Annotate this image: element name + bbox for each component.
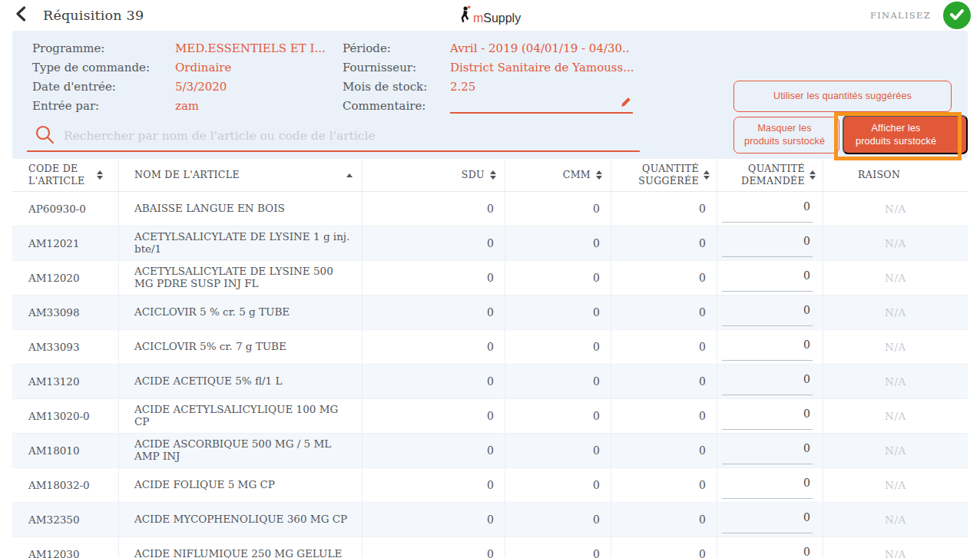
finalise-control: FINALISEZ (870, 2, 971, 29)
item-code-cell: AM12021 (12, 226, 119, 260)
column-header-cmm[interactable]: CMM (505, 159, 611, 191)
item-code-cell: AM33098 (12, 296, 119, 329)
months-of-stock-value: 2.25 (450, 80, 475, 94)
requested-quantity-input[interactable] (722, 370, 813, 395)
sort-icon (97, 170, 103, 180)
column-header-label: CODE DE L'ARTICLE (28, 163, 84, 187)
finalise-button[interactable] (943, 2, 971, 29)
comment-field[interactable] (450, 98, 633, 114)
sdu-cell: 0 (363, 226, 505, 260)
item-code-cell: AM32350 (12, 503, 119, 537)
column-header-requested[interactable]: QUANTITÉ DEMANDÉE (717, 159, 823, 191)
page-title: Réquisition 39 (43, 8, 144, 23)
use-suggested-quantities-button[interactable]: Utiliser les quantités suggérées (733, 81, 952, 112)
requested-quantity-cell (717, 330, 823, 364)
check-icon (950, 8, 964, 23)
sdu-cell: 0 (363, 399, 505, 433)
requested-quantity-cell (717, 537, 823, 558)
sdu-cell: 0 (363, 296, 505, 329)
item-name-cell: ACETYLSALICYLATE DE LYSINE 500 MG PDRE S… (119, 261, 363, 295)
supplier-label: Fournisseur: (343, 61, 450, 74)
item-name-cell: ACIDE MYCOPHENOLIQUE 360 MG CP (119, 503, 363, 537)
sdu-cell: 0 (363, 261, 505, 295)
table-row: AM33098 ACICLOVIR 5 % cr. 5 g TUBE 0 0 0… (12, 296, 968, 330)
reason-cell: N/A (823, 365, 968, 398)
item-code-cell: AM18010 (12, 434, 119, 467)
suggested-quantity-cell: 0 (611, 399, 717, 433)
months-of-stock-label: Mois de stock: (343, 80, 450, 94)
hide-overstocked-button[interactable]: Masquer les produits surstocké (733, 117, 839, 154)
details-left-column: Programme:MED.ESSENTIELS ET I... Type de… (32, 38, 326, 115)
chevron-left-icon (15, 6, 26, 25)
requested-quantity-cell (717, 192, 823, 226)
reason-cell: N/A (823, 261, 968, 295)
suggested-quantity-cell: 0 (611, 468, 717, 502)
cmm-cell: 0 (505, 226, 611, 260)
item-name-cell: ACETYLSALICYLATE DE LYSINE 1 g inj. bte/… (119, 226, 363, 260)
cmm-cell: 0 (505, 399, 611, 433)
column-header-suggested[interactable]: QUANTITÉ SUGGÉRÉE (611, 159, 717, 191)
column-header-code[interactable]: CODE DE L'ARTICLE (12, 159, 119, 191)
item-code-cell: AM12020 (12, 261, 119, 295)
table-row: AM12030 ACIDE NIFLUMIQUE 250 MG GELULE 0… (12, 537, 968, 558)
column-header-name[interactable]: NOM DE L'ARTICLE (119, 159, 363, 191)
requested-quantity-input[interactable] (722, 232, 813, 257)
requested-quantity-input[interactable] (722, 543, 813, 558)
table-row: AM12020 ACETYLSALICYLATE DE LYSINE 500 M… (12, 261, 968, 296)
requested-quantity-cell (717, 365, 823, 398)
item-code-cell: AM18032-0 (12, 468, 119, 502)
sdu-cell: 0 (363, 468, 505, 502)
reason-cell: N/A (823, 537, 968, 558)
column-header-label: QUANTITÉ SUGGÉRÉE (638, 163, 699, 187)
item-name-cell: ACIDE ACETYLSALICYLIQUE 100 MG CP (119, 399, 363, 433)
supplier-value: District Sanitaire de Yamouss... (450, 61, 634, 74)
item-code-cell: AP60930-0 (12, 192, 119, 226)
requested-quantity-input[interactable] (722, 197, 813, 223)
requested-quantity-input[interactable] (722, 474, 813, 499)
column-header-sdu[interactable]: SDU (363, 159, 505, 191)
requested-quantity-cell (717, 434, 823, 467)
item-code-cell: AM12030 (12, 537, 119, 558)
reason-cell: N/A (823, 330, 968, 364)
table-row: AM32350 ACIDE MYCOPHENOLIQUE 360 MG CP 0… (12, 503, 968, 537)
item-name-cell: ACIDE NIFLUMIQUE 250 MG GELULE (119, 537, 363, 558)
suggested-quantity-cell: 0 (611, 296, 717, 329)
search-input[interactable] (64, 129, 637, 143)
requested-quantity-input[interactable] (722, 301, 813, 326)
table-header-row: CODE DE L'ARTICLE NOM DE L'ARTICLE SDU C… (12, 159, 968, 192)
requested-quantity-input[interactable] (722, 266, 813, 292)
item-code-cell: AM33093 (12, 330, 119, 364)
show-overstocked-button[interactable]: Afficher les produits surstocké (843, 115, 968, 154)
column-header-label: SDU (462, 169, 485, 181)
requested-quantity-input[interactable] (722, 404, 813, 430)
details-right-column: Période:Avril - 2019 (04/01/19 - 04/30..… (343, 38, 634, 115)
order-type-value: Ordinaire (175, 61, 231, 74)
table-row: AM12021 ACETYLSALICYLATE DE LYSINE 1 g i… (12, 226, 968, 261)
cmm-cell: 0 (505, 192, 611, 226)
table-row: AM13120 ACIDE ACETIQUE 5% fl/1 L 0 0 0 N… (12, 365, 968, 399)
search-icon (35, 124, 55, 147)
column-header-label: CMM (563, 169, 591, 181)
cmm-cell: 0 (505, 330, 611, 364)
sort-icon (490, 170, 496, 180)
cmm-cell: 0 (505, 261, 611, 295)
item-name-cell: ACICLOVIR 5% cr. 7 g TUBE (119, 330, 363, 364)
requested-quantity-input[interactable] (722, 335, 813, 361)
requested-quantity-input[interactable] (722, 508, 813, 533)
suggested-quantity-cell: 0 (611, 503, 717, 537)
reason-cell: N/A (823, 192, 968, 226)
sdu-cell: 0 (363, 192, 505, 226)
sort-icon (596, 170, 602, 180)
cmm-cell: 0 (505, 434, 611, 467)
suggested-quantity-cell: 0 (611, 434, 717, 467)
suggested-quantity-cell: 0 (611, 330, 717, 364)
back-button[interactable] (11, 5, 31, 26)
requested-quantity-input[interactable] (722, 439, 813, 464)
item-name-cell: ACIDE ACETIQUE 5% fl/1 L (119, 365, 363, 398)
requested-quantity-cell (717, 399, 823, 433)
msupply-runner-icon (459, 5, 472, 26)
sdu-cell: 0 (363, 503, 505, 537)
sdu-cell: 0 (363, 537, 505, 558)
period-label: Période: (343, 41, 450, 55)
reason-cell: N/A (823, 399, 968, 433)
